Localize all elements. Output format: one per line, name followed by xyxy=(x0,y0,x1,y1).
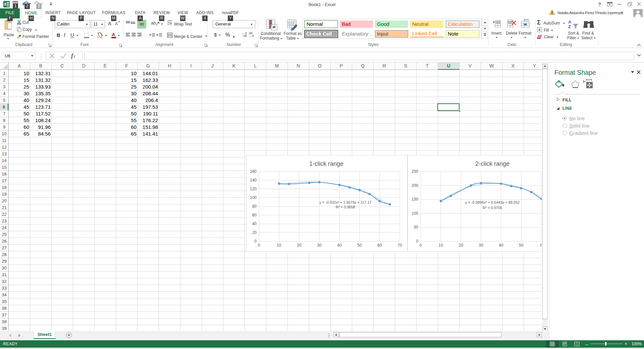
svg-text:20: 20 xyxy=(459,243,463,248)
svg-text:6: 6 xyxy=(540,243,542,248)
svg-text:0: 0 xyxy=(420,243,422,248)
svg-text:40: 40 xyxy=(337,243,342,248)
svg-text:10: 10 xyxy=(438,243,443,248)
svg-text:50: 50 xyxy=(357,243,362,248)
svg-text:30: 30 xyxy=(479,243,483,248)
svg-text:A: A xyxy=(568,19,572,24)
svg-text:60: 60 xyxy=(252,213,257,217)
svg-text:20: 20 xyxy=(297,243,302,248)
svg-text:60: 60 xyxy=(377,243,382,248)
svg-text:y = -0.0896x² + 6.5443x + 88.0: y = -0.0896x² + 6.5443x + 88.052 xyxy=(465,200,520,204)
svg-text:160: 160 xyxy=(250,169,257,174)
svg-text:200: 200 xyxy=(412,183,418,188)
svg-text:250: 250 xyxy=(412,169,418,174)
svg-text:100: 100 xyxy=(250,195,257,200)
svg-text:y = -0.032x² + 1.5679x + 117.1: y = -0.032x² + 1.5679x + 117.17 xyxy=(319,200,371,204)
svg-text:120: 120 xyxy=(250,187,257,191)
svg-text:140: 140 xyxy=(250,178,257,183)
svg-text:0: 0 xyxy=(254,239,257,244)
svg-text:50: 50 xyxy=(414,225,419,230)
svg-text:100: 100 xyxy=(412,211,418,216)
svg-text:0: 0 xyxy=(416,239,418,244)
svg-text:0: 0 xyxy=(258,243,260,248)
svg-text:30: 30 xyxy=(317,243,322,248)
svg-text:40: 40 xyxy=(252,221,257,226)
svg-text:70: 70 xyxy=(397,243,402,248)
svg-text:R² = 0.9858: R² = 0.9858 xyxy=(336,205,355,209)
svg-text:1-click range: 1-click range xyxy=(309,160,343,167)
svg-text:40: 40 xyxy=(499,243,503,248)
svg-text:20: 20 xyxy=(252,230,257,235)
svg-text:50: 50 xyxy=(519,243,524,248)
svg-text:10: 10 xyxy=(277,243,281,248)
svg-text:80: 80 xyxy=(252,204,257,209)
svg-text:Z: Z xyxy=(568,24,571,29)
svg-text:2-click range: 2-click range xyxy=(475,160,509,167)
svg-text:150: 150 xyxy=(412,197,418,202)
svg-text:R² = 0.9755: R² = 0.9755 xyxy=(483,206,502,210)
